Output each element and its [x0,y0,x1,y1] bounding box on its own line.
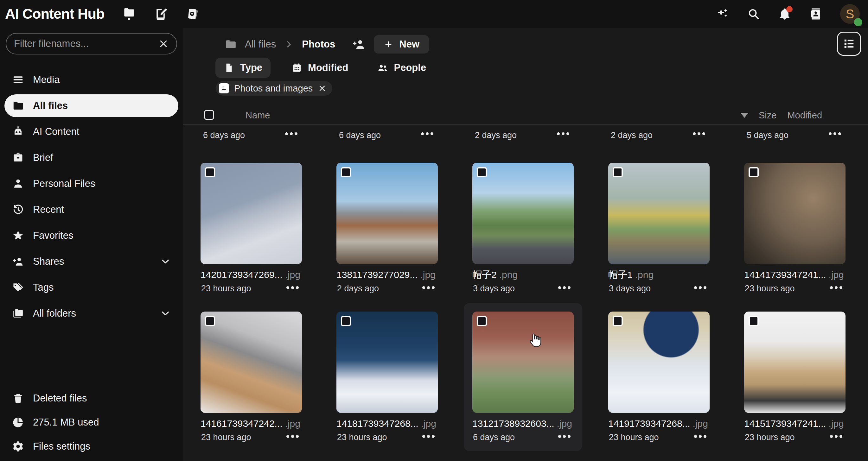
filter-chip-type[interactable]: Type [215,58,271,78]
photo-thumbnail[interactable] [336,311,438,413]
file-actions-menu[interactable] [285,283,300,292]
sidebar-item-deleted-files[interactable]: Deleted files [4,387,178,410]
photo-thumbnail[interactable] [744,163,845,264]
file-name: 14201739347269....jpg [200,269,302,281]
partial-file-card[interactable]: 2 days ago [472,125,574,144]
size-column-header[interactable]: Size [759,110,776,121]
sidebar-item-brief[interactable]: Brief [4,146,178,169]
file-select-checkbox[interactable] [205,316,215,326]
sidebar-item-tags[interactable]: Tags [4,276,178,299]
notifications-bell-icon[interactable] [778,7,791,21]
filter-filenames-input[interactable] [14,38,158,50]
pie-icon [12,416,24,428]
image-icon [219,83,229,93]
sort-direction-icon[interactable] [741,113,748,118]
file-card-14181739347268[interactable]: 14181739347268....jpg23 hours ago [336,311,438,442]
file-actions-menu[interactable] [829,432,844,441]
photo-thumbnail[interactable] [608,311,710,413]
file-select-checkbox[interactable] [341,316,351,326]
file-card-14191739347268[interactable]: 14191739347268....jpg23 hours ago [608,311,710,442]
file-actions-menu[interactable] [557,283,572,292]
photo-thumbnail[interactable] [744,311,845,413]
sidebar-item-personal-files[interactable]: Personal Files [4,172,178,195]
sidebar-item-all-files[interactable]: All files [4,94,178,117]
file-actions-menu[interactable] [828,129,842,138]
chevron-down-icon[interactable] [160,256,171,267]
file-actions-menu[interactable] [693,432,708,441]
file-select-checkbox[interactable] [477,316,487,326]
person-plus-icon [12,256,24,268]
partial-file-card[interactable]: 6 days ago [336,125,438,144]
file-card-13811739277029[interactable]: 13811739277029....jpg2 days ago [336,163,438,294]
file-card-13121738932603[interactable]: 13121738932603....jpg6 days ago [472,311,574,442]
file-actions-menu[interactable] [557,432,572,441]
file-list-header: Name Size Modified [183,109,868,122]
file-modified-time: 2 days ago [475,130,517,140]
remove-filter-icon[interactable] [318,84,327,93]
sidebar-item-label: Shares [33,256,64,267]
select-all-checkbox[interactable] [204,110,214,120]
photo-thumbnail[interactable] [472,163,574,264]
file-card-14141739347241[interactable]: 14141739347241....jpg23 hours ago [744,163,845,294]
assistant-sparkles-icon[interactable] [716,7,729,21]
filter-chip-modified[interactable]: Modified [283,58,356,78]
file-card-2[interactable]: 帽子2.png3 days ago [472,163,574,294]
sidebar-item-275-1-mb-used[interactable]: 275.1 MB used [4,411,178,434]
sidebar-item-all-folders[interactable]: All folders [4,302,178,325]
file-select-checkbox[interactable] [749,316,759,326]
file-actions-menu[interactable] [421,283,436,292]
file-select-checkbox[interactable] [477,167,487,177]
photo-thumbnail[interactable] [200,311,302,413]
file-actions-menu[interactable] [285,432,300,441]
share-person-plus-icon[interactable] [352,38,366,51]
sidebar-item-recent[interactable]: Recent [4,198,178,221]
file-card-14161739347242[interactable]: 14161739347242....jpg23 hours ago [200,311,302,442]
folders-icon [12,307,24,320]
view-mode-toggle-button[interactable] [837,32,861,56]
photo-thumbnail[interactable] [608,163,710,264]
file-actions-menu[interactable] [556,129,570,138]
search-icon[interactable] [747,7,760,21]
active-filter-photos-and-images[interactable]: Photos and images [216,81,332,96]
file-select-checkbox[interactable] [613,316,623,326]
file-actions-menu[interactable] [691,129,707,138]
file-select-checkbox[interactable] [613,167,623,177]
sidebar-item-favorites[interactable]: Favorites [4,224,178,247]
file-select-checkbox[interactable] [749,167,759,177]
file-actions-menu[interactable] [421,432,436,441]
file-card-1[interactable]: 帽子1.png3 days ago [608,163,710,294]
sidebar-item-media[interactable]: Media [4,68,178,91]
modified-column-header[interactable]: Modified [787,110,822,121]
breadcrumb-all-files-link[interactable]: All files [245,39,276,50]
partial-file-card[interactable]: 5 days ago [744,125,845,144]
file-actions-menu[interactable] [693,283,708,292]
file-actions-menu[interactable] [284,129,299,138]
clear-filter-icon[interactable] [158,38,169,49]
photos-app-icon[interactable] [185,7,199,21]
photo-thumbnail[interactable] [472,311,574,413]
file-select-checkbox[interactable] [341,167,351,177]
new-button[interactable]: New [374,35,429,54]
file-card-14201739347269[interactable]: 14201739347269....jpg23 hours ago [200,163,302,294]
file-card-14151739347241[interactable]: 14151739347241....jpg23 hours ago [744,311,845,442]
file-actions-menu[interactable] [829,283,844,292]
contacts-icon[interactable] [809,7,823,21]
photo-thumbnail[interactable] [200,163,302,264]
file-extension: .jpg [420,269,435,280]
user-avatar[interactable]: S [840,4,860,24]
filter-chip-people[interactable]: People [369,58,434,78]
files-app-icon[interactable] [122,7,136,21]
file-modified-time: 3 days ago [473,284,515,294]
partial-file-card[interactable]: 2 days ago [608,125,710,144]
file-actions-menu[interactable] [420,129,435,138]
notes-app-icon[interactable] [154,7,167,21]
file-select-checkbox[interactable] [205,167,215,177]
partial-file-card[interactable]: 6 days ago [200,125,302,144]
photo-thumbnail[interactable] [336,163,438,264]
file-modified-time: 5 days ago [747,130,788,140]
sidebar-item-shares[interactable]: Shares [4,250,178,273]
name-column-header[interactable]: Name [246,110,270,121]
sidebar-item-files-settings[interactable]: Files settings [4,435,178,458]
chevron-down-icon[interactable] [160,308,171,319]
sidebar-item-ai-content[interactable]: AI Content [4,120,178,143]
